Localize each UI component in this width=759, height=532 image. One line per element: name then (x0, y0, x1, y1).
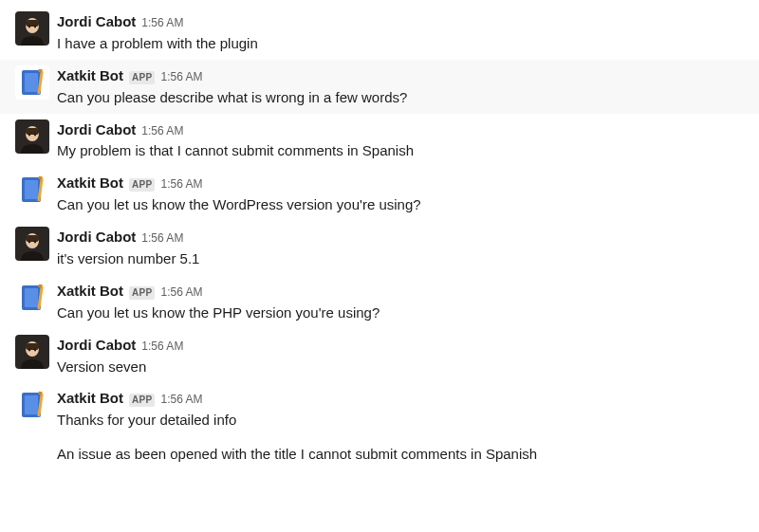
svg-point-34 (34, 348, 36, 351)
svg-rect-2 (26, 20, 39, 27)
message-text: Can you let us know the PHP version you'… (57, 303, 740, 323)
message-row: Xatkit BotAPP1:56 AMThanks for your deta… (0, 382, 759, 470)
author-name[interactable]: Xatkit Bot (57, 388, 123, 409)
author-name[interactable]: Jordi Cabot (57, 119, 136, 140)
user-avatar-icon[interactable] (15, 227, 49, 261)
svg-rect-37 (25, 395, 38, 414)
svg-rect-7 (25, 73, 38, 92)
app-badge: APP (129, 71, 155, 84)
message-content: Jordi Cabot1:56 AMit's version number 5.… (57, 227, 740, 269)
author-name[interactable]: Jordi Cabot (57, 227, 136, 248)
message-content: Jordi Cabot1:56 AMMy problem is that I c… (57, 119, 740, 162)
message-text: it's version number 5.1 (57, 248, 740, 269)
app-badge: APP (129, 394, 155, 407)
message-header: Xatkit BotAPP1:56 AM (57, 65, 740, 86)
svg-point-13 (28, 133, 30, 136)
svg-point-3 (28, 26, 30, 28)
message-text: Thanks for your detailed info (57, 410, 740, 431)
svg-point-14 (34, 133, 36, 136)
svg-rect-17 (25, 180, 38, 199)
timestamp[interactable]: 1:56 AM (141, 339, 183, 356)
user-avatar-icon[interactable] (15, 11, 49, 46)
message-row: Jordi Cabot1:56 AMit's version number 5.… (0, 221, 759, 275)
message-row: Xatkit BotAPP1:56 AMCan you let us know … (0, 275, 759, 329)
svg-point-23 (28, 241, 30, 244)
app-badge: APP (129, 178, 155, 192)
message-row: Jordi Cabot1:56 AMVersion seven (0, 329, 759, 383)
svg-point-33 (28, 348, 30, 351)
timestamp[interactable]: 1:56 AM (160, 69, 202, 86)
svg-point-4 (34, 26, 36, 28)
message-header: Jordi Cabot1:56 AM (57, 119, 740, 140)
message-row: Jordi Cabot1:56 AMI have a problem with … (0, 6, 759, 60)
message-content: Xatkit BotAPP1:56 AMCan you let us know … (57, 173, 740, 215)
message-header: Xatkit BotAPP1:56 AM (57, 173, 740, 193)
author-name[interactable]: Xatkit Bot (57, 173, 123, 193)
bot-avatar-icon[interactable] (15, 388, 49, 422)
bot-avatar-icon[interactable] (15, 65, 49, 100)
user-avatar-icon[interactable] (15, 119, 49, 154)
svg-rect-12 (26, 128, 39, 135)
message-content: Xatkit BotAPP1:56 AMCan you please descr… (57, 65, 740, 108)
message-header: Jordi Cabot1:56 AM (57, 227, 740, 248)
message-text: Can you please describe what is wrong in… (57, 87, 740, 108)
message-text: Version seven (57, 357, 740, 377)
timestamp[interactable]: 1:56 AM (141, 15, 183, 32)
message-text: My problem is that I cannot submit comme… (57, 140, 740, 161)
svg-rect-32 (26, 343, 39, 350)
message-text-secondary: An issue as been opened with the title I… (57, 444, 740, 465)
bot-avatar-icon[interactable] (15, 281, 49, 315)
author-name[interactable]: Jordi Cabot (57, 11, 136, 32)
message-content: Xatkit BotAPP1:56 AMThanks for your deta… (57, 388, 740, 465)
author-name[interactable]: Jordi Cabot (57, 335, 136, 356)
message-row: Xatkit BotAPP1:56 AMCan you let us know … (0, 167, 759, 221)
timestamp[interactable]: 1:56 AM (141, 123, 183, 140)
author-name[interactable]: Xatkit Bot (57, 65, 123, 86)
message-header: Xatkit BotAPP1:56 AM (57, 388, 740, 409)
message-header: Jordi Cabot1:56 AM (57, 335, 740, 356)
svg-rect-22 (26, 235, 39, 242)
messages-list: Jordi Cabot1:56 AMI have a problem with … (0, 6, 759, 470)
author-name[interactable]: Xatkit Bot (57, 281, 123, 302)
message-content: Xatkit BotAPP1:56 AMCan you let us know … (57, 281, 740, 323)
user-avatar-icon[interactable] (15, 335, 49, 369)
svg-rect-19 (38, 176, 42, 180)
timestamp[interactable]: 1:56 AM (160, 392, 202, 409)
message-row: Jordi Cabot1:56 AMMy problem is that I c… (0, 114, 759, 168)
svg-rect-39 (38, 392, 42, 395)
timestamp[interactable]: 1:56 AM (160, 176, 202, 193)
message-content: Jordi Cabot1:56 AMI have a problem with … (57, 11, 740, 54)
svg-rect-27 (25, 288, 38, 307)
message-content: Jordi Cabot1:56 AMVersion seven (57, 335, 740, 377)
timestamp[interactable]: 1:56 AM (141, 230, 183, 248)
svg-rect-29 (38, 284, 42, 288)
message-header: Xatkit BotAPP1:56 AM (57, 281, 740, 302)
svg-point-24 (34, 241, 36, 244)
message-text: I have a problem with the plugin (57, 33, 740, 54)
message-text: Can you let us know the WordPress versio… (57, 194, 740, 215)
message-header: Jordi Cabot1:56 AM (57, 11, 740, 32)
bot-avatar-icon[interactable] (15, 173, 49, 207)
svg-rect-9 (38, 69, 42, 73)
message-row: Xatkit BotAPP1:56 AMCan you please descr… (0, 60, 759, 114)
timestamp[interactable]: 1:56 AM (160, 284, 202, 302)
app-badge: APP (129, 286, 155, 300)
